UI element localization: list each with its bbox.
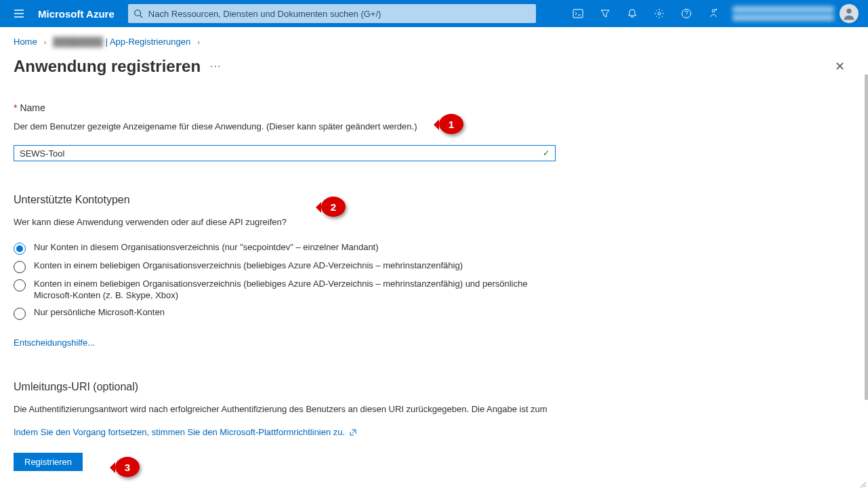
search-container	[128, 4, 536, 23]
account-types-desc: Wer kann diese Anwendung verwenden oder …	[14, 217, 854, 227]
svg-point-3	[658, 12, 661, 15]
svg-point-6	[846, 9, 851, 14]
account-types-heading: Unterstützte Kontotypen	[14, 194, 854, 206]
notifications-icon[interactable]	[619, 0, 646, 27]
breadcrumb-item-2[interactable]: ████████ | App-Registrierungen	[53, 37, 190, 47]
more-actions-icon[interactable]: ···	[210, 60, 221, 73]
radio-row-multi-and-personal[interactable]: Konten in einem beliebigen Organisations…	[14, 276, 854, 304]
consent-link[interactable]: Indem Sie den Vorgang fortsetzen, stimme…	[14, 427, 357, 437]
resize-grip-icon	[859, 479, 867, 487]
chevron-right-icon: ›	[197, 38, 200, 46]
name-input-wrap: ✓	[14, 145, 556, 161]
required-star: *	[14, 102, 17, 113]
radio-button[interactable]	[14, 308, 26, 320]
radio-row-personal-only[interactable]: Nur persönliche Microsoft-Konten	[14, 304, 854, 323]
account-types-help-link[interactable]: Entscheidungshilfe...	[14, 338, 95, 348]
radio-label: Nur Konten in diesem Organisationsverzei…	[34, 242, 379, 253]
svg-point-5	[712, 9, 715, 12]
cloud-shell-icon[interactable]	[564, 0, 592, 27]
scrollbar[interactable]	[864, 27, 868, 488]
account-text	[732, 5, 834, 22]
search-input[interactable]	[148, 9, 531, 19]
svg-rect-2	[573, 9, 583, 18]
radio-button[interactable]	[14, 279, 26, 291]
check-icon: ✓	[543, 148, 550, 158]
redirect-uri-heading: Umleitungs-URI (optional)	[14, 381, 854, 393]
radio-button[interactable]	[14, 261, 26, 273]
redirect-uri-section: Umleitungs-URI (optional) Die Authentifi…	[14, 381, 854, 414]
radio-row-multi-tenant[interactable]: Konten in einem beliebigen Organisations…	[14, 258, 854, 276]
scrollbar-thumb[interactable]	[865, 75, 868, 400]
name-section: *Name Der dem Benutzer gezeigte Anzeigen…	[14, 102, 854, 161]
radio-button[interactable]	[14, 243, 26, 255]
search-icon	[133, 9, 143, 18]
radio-label: Nur persönliche Microsoft-Konten	[34, 307, 165, 319]
annotation-2: 2	[321, 197, 346, 217]
search-box[interactable]	[128, 4, 536, 23]
feedback-icon[interactable]	[700, 0, 727, 27]
account-types-radio-group: Nur Konten in diesem Organisationsverzei…	[14, 239, 854, 323]
svg-point-0	[135, 10, 141, 16]
topbar-actions	[564, 0, 727, 27]
chevron-right-icon: ›	[44, 38, 47, 46]
svg-line-1	[140, 16, 142, 18]
account-area[interactable]	[727, 4, 863, 23]
page-title: Anwendung registrieren	[14, 57, 201, 76]
redirect-uri-desc: Die Authentifizierungsantwort wird nach …	[14, 404, 556, 414]
external-link-icon	[349, 428, 357, 436]
close-icon[interactable]: ✕	[831, 55, 849, 78]
brand-label[interactable]: Microsoft Azure	[33, 8, 128, 20]
bottom-bar: Indem Sie den Vorgang fortsetzen, stimme…	[0, 420, 868, 488]
settings-gear-icon[interactable]	[646, 0, 673, 27]
annotation-3: 3	[115, 457, 140, 477]
breadcrumb: Home › ████████ | App-Registrierungen ›	[0, 27, 868, 51]
directory-filter-icon[interactable]	[592, 0, 619, 27]
breadcrumb-home[interactable]: Home	[14, 37, 37, 47]
radio-label: Konten in einem beliebigen Organisations…	[34, 260, 463, 272]
account-types-section: Unterstützte Kontotypen Wer kann diese A…	[14, 194, 854, 348]
menu-hamburger-icon[interactable]	[5, 0, 33, 27]
register-button[interactable]: Registrieren	[14, 453, 83, 471]
radio-row-single-tenant[interactable]: Nur Konten in diesem Organisationsverzei…	[14, 239, 854, 258]
radio-label: Konten in einem beliebigen Organisations…	[34, 279, 535, 302]
avatar[interactable]	[840, 4, 859, 23]
help-icon[interactable]	[673, 0, 700, 27]
name-label: *Name	[14, 102, 854, 113]
annotation-1: 1	[439, 114, 463, 134]
page-header: Anwendung registrieren ··· ✕	[0, 51, 868, 78]
top-bar: Microsoft Azure	[0, 0, 868, 27]
name-input[interactable]	[20, 148, 551, 159]
